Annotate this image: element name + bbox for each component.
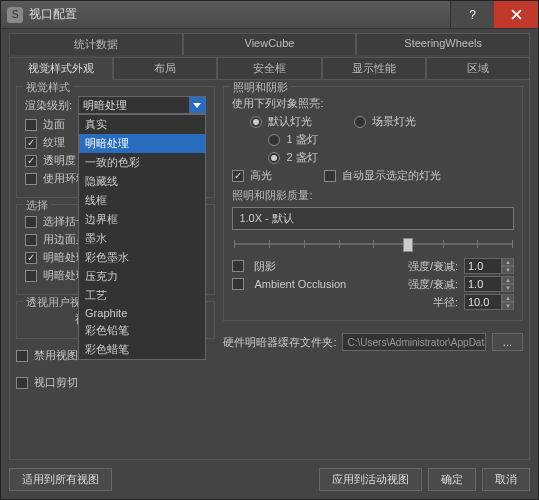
app-icon: S [7,7,23,23]
ok-button[interactable]: 确定 [428,468,476,491]
spin-down-icon[interactable]: ▼ [502,302,514,310]
checkbox-env-bg[interactable] [25,173,37,185]
checkbox-highlight[interactable] [232,170,244,182]
dropdown-list: 真实明暗处理一致的色彩隐藏线线框边界框墨水彩色墨水压克力工艺Graphite彩色… [78,114,206,360]
radio-default-light[interactable] [250,116,262,128]
chevron-down-icon [189,97,205,113]
label-intensity-1: 强度/衰减: [408,259,458,274]
window-title: 视口配置 [29,6,450,23]
input-cache-path[interactable]: C:\Users\Administrator\AppData\Local\Aut… [342,333,485,351]
right-column: 照明和阴影 使用下列对象照亮: 默认灯光 场景灯光 1 盏灯 2 盏灯 高光 自… [223,86,523,453]
spin-up-icon[interactable]: ▲ [502,294,514,302]
label-radius: 半径: [433,295,458,310]
spin-down-icon[interactable]: ▼ [502,266,514,274]
checkbox-texture[interactable] [25,137,37,149]
button-bar: 适用到所有视图 应用到活动视图 确定 取消 [9,468,530,491]
checkbox-shade-sel[interactable] [25,252,37,264]
titlebar[interactable]: S 视口配置 ? [1,1,538,29]
label-texture: 纹理 [43,135,65,150]
slider-thumb[interactable] [403,238,413,252]
tabs-row-1: 统计数据 ViewCube SteeringWheels [9,33,530,55]
dropdown-item[interactable]: 边界框 [79,210,205,229]
tab-steeringwheels[interactable]: SteeringWheels [356,33,530,55]
spin-down-icon[interactable]: ▼ [502,284,514,292]
legend-lighting: 照明和阴影 [230,80,291,95]
dropdown-item[interactable]: 彩色墨水 [79,248,205,267]
checkbox-brackets[interactable] [25,216,37,228]
input-intensity-2[interactable] [464,276,502,292]
checkbox-transparency[interactable] [25,155,37,167]
tab-statistics[interactable]: 统计数据 [9,33,183,55]
dropdown-item[interactable]: 一致的色彩 [79,153,205,172]
checkbox-shadow[interactable] [232,260,244,272]
dropdown-value: 明暗处理 [83,98,127,113]
label-cache: 硬件明暗器缓存文件夹: [223,335,336,350]
dropdown-item[interactable]: 彩色铅笔 [79,321,205,340]
radio-one-light[interactable] [268,134,280,146]
checkbox-viewport-clip[interactable] [16,377,28,389]
label-two-light: 2 盏灯 [286,150,317,165]
label-quality: 照明和阴影质量: [232,188,514,203]
close-icon [511,9,522,20]
apply-active-button[interactable]: 应用到活动视图 [319,468,422,491]
label-highlight: 高光 [250,168,272,183]
dropdown-item[interactable]: 彩色蜡笔 [79,340,205,359]
quality-slider[interactable] [234,234,512,254]
tab-viewcube[interactable]: ViewCube [183,33,357,55]
dropdown-render-level[interactable]: 明暗处理 真实明暗处理一致的色彩隐藏线线框边界框墨水彩色墨水压克力工艺Graph… [78,96,206,114]
close-button[interactable] [494,1,538,28]
label-viewport-clip: 视口剪切 [34,375,78,390]
label-render-level: 渲染级别: [25,98,72,113]
dropdown-item[interactable]: 工艺 [79,286,205,305]
label-ao: Ambient Occlusion [254,278,401,290]
spinner-intensity-1[interactable]: ▲▼ [464,258,514,274]
label-transparency: 透明度 [43,153,76,168]
tab-visual-style[interactable]: 视觉样式外观 [9,57,113,80]
checkbox-edge[interactable] [25,119,37,131]
checkbox-auto-display[interactable] [324,170,336,182]
content-area: 统计数据 ViewCube SteeringWheels 视觉样式外观 布局 安… [1,29,538,499]
browse-button[interactable]: ... [492,333,523,351]
tab-safe-frames[interactable]: 安全框 [217,57,321,80]
label-disable-viewport: 禁用视图 [34,348,78,363]
dropdown-item[interactable]: 隐藏线 [79,172,205,191]
label-default-light: 默认灯光 [268,114,312,129]
dropdown-item[interactable]: 线框 [79,191,205,210]
label-scene-light: 场景灯光 [372,114,416,129]
tab-panel: 视觉样式 渲染级别: 明暗处理 真实明暗处理一致的色彩隐藏线线框边界框墨水彩色墨… [9,79,530,460]
label-use: 使用下列对象照亮: [232,96,323,111]
dropdown-item[interactable]: 真实 [79,115,205,134]
spinner-intensity-2[interactable]: ▲▼ [464,276,514,292]
label-edge: 边面 [43,117,65,132]
label-shadow: 阴影 [254,259,401,274]
help-button[interactable]: ? [450,1,494,28]
legend-selection: 选择 [23,198,51,213]
dropdown-item[interactable]: 明暗处理 [79,134,205,153]
input-radius[interactable] [464,294,502,310]
input-intensity-1[interactable] [464,258,502,274]
spin-up-icon[interactable]: ▲ [502,258,514,266]
label-one-light: 1 盏灯 [286,132,317,147]
tab-regions[interactable]: 区域 [426,57,530,80]
group-visual-style: 视觉样式 渲染级别: 明暗处理 真实明暗处理一致的色彩隐藏线线框边界框墨水彩色墨… [16,86,215,198]
dropdown-item[interactable]: 压克力 [79,267,205,286]
dialog-window: S 视口配置 ? 统计数据 ViewCube SteeringWheels 视觉… [0,0,539,500]
tabs-row-2: 视觉样式外观 布局 安全框 显示性能 区域 [9,57,530,80]
spinner-radius[interactable]: ▲▼ [464,294,514,310]
label-auto-display: 自动显示选定的灯光 [342,168,441,183]
checkbox-shade-obj[interactable] [25,270,37,282]
checkbox-edge-sel[interactable] [25,234,37,246]
dropdown-item[interactable]: Graphite [79,305,205,321]
cancel-button[interactable]: 取消 [482,468,530,491]
tab-display-performance[interactable]: 显示性能 [322,57,426,80]
quality-display: 1.0X - 默认 [232,207,514,230]
checkbox-disable-viewport[interactable] [16,350,28,362]
legend-visual-style: 视觉样式 [23,80,73,95]
checkbox-ao[interactable] [232,278,244,290]
spin-up-icon[interactable]: ▲ [502,276,514,284]
dropdown-item[interactable]: 墨水 [79,229,205,248]
radio-two-light[interactable] [268,152,280,164]
apply-all-button[interactable]: 适用到所有视图 [9,468,112,491]
tab-layout[interactable]: 布局 [113,57,217,80]
radio-scene-light[interactable] [354,116,366,128]
